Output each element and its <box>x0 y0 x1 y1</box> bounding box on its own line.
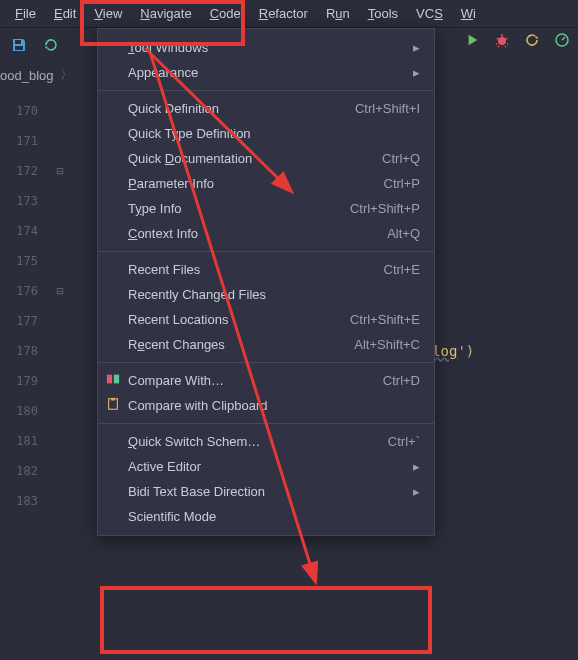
menu-separator <box>98 362 434 363</box>
menu-item-bidi-text-base-direction[interactable]: Bidi Text Base Direction▸ <box>98 479 434 504</box>
menu-shortcut: Ctrl+P <box>384 176 420 191</box>
menu-navigate[interactable]: Navigate <box>131 2 200 25</box>
line-number: 182 <box>0 456 38 486</box>
menu-refactor[interactable]: Refactor <box>250 2 317 25</box>
menu-item-compare-with-clipboard[interactable]: Compare with Clipboard <box>98 393 434 418</box>
profiler-icon[interactable] <box>554 32 570 51</box>
run-icon[interactable] <box>466 33 480 50</box>
menu-item-quick-definition[interactable]: Quick DefinitionCtrl+Shift+I <box>98 96 434 121</box>
line-number: 174 <box>0 216 38 246</box>
chevron-right-icon: 〉 <box>60 66 73 84</box>
menu-item-label: Quick Documentation <box>128 151 382 166</box>
menu-item-quick-documentation[interactable]: Quick DocumentationCtrl+Q <box>98 146 434 171</box>
gutter: 1701711721731741751761771781791801811821… <box>0 92 50 660</box>
menu-separator <box>98 90 434 91</box>
debug-icon[interactable] <box>494 32 510 51</box>
menu-item-label: Recent Locations <box>128 312 350 327</box>
menu-item-recent-files[interactable]: Recent FilesCtrl+E <box>98 257 434 282</box>
line-number: 171 <box>0 126 38 156</box>
menu-item-tool-windows[interactable]: Tool Windows▸ <box>98 35 434 60</box>
menu-shortcut: Ctrl+Shift+E <box>350 312 420 327</box>
menu-item-label: Recent Files <box>128 262 384 277</box>
menu-wi[interactable]: Wi <box>452 2 485 25</box>
svg-point-2 <box>498 37 506 45</box>
submenu-arrow-icon: ▸ <box>413 459 420 474</box>
line-number: 180 <box>0 396 38 426</box>
menu-item-label: Recently Changed Files <box>128 287 420 302</box>
svg-rect-1 <box>15 46 23 50</box>
line-number: 173 <box>0 186 38 216</box>
menu-shortcut: Ctrl+E <box>384 262 420 277</box>
svg-rect-5 <box>114 375 119 384</box>
svg-rect-0 <box>15 40 21 44</box>
run-with-icon[interactable] <box>524 32 540 51</box>
menu-code[interactable]: Code <box>201 2 250 25</box>
line-number: 179 <box>0 366 38 396</box>
fold-toggle-icon[interactable]: ⊟ <box>50 156 70 186</box>
menu-tools[interactable]: Tools <box>359 2 407 25</box>
menu-separator <box>98 423 434 424</box>
menu-run[interactable]: Run <box>317 2 359 25</box>
menu-separator <box>98 251 434 252</box>
menu-item-active-editor[interactable]: Active Editor▸ <box>98 454 434 479</box>
refresh-icon[interactable] <box>42 36 60 54</box>
menu-item-label: Parameter Info <box>128 176 384 191</box>
menu-item-label: Quick Type Definition <box>128 126 420 141</box>
breadcrumb-root[interactable]: ood_blog <box>0 68 54 83</box>
menu-item-label: Bidi Text Base Direction <box>128 484 405 499</box>
fold-toggle-icon[interactable]: ⊟ <box>50 276 70 306</box>
code-text: ') <box>457 343 474 359</box>
submenu-arrow-icon: ▸ <box>413 40 420 55</box>
line-number: 178 <box>0 336 38 366</box>
menu-item-context-info[interactable]: Context InfoAlt+Q <box>98 221 434 246</box>
menu-item-recently-changed-files[interactable]: Recently Changed Files <box>98 282 434 307</box>
menu-item-label: Appearance <box>128 65 405 80</box>
menu-shortcut: Ctrl+Shift+P <box>350 201 420 216</box>
menu-item-label: Active Editor <box>128 459 405 474</box>
menu-item-label: Scientific Mode <box>128 509 420 524</box>
menu-item-quick-switch-schem[interactable]: Quick Switch Schem…Ctrl+` <box>98 429 434 454</box>
menu-vcs[interactable]: VCS <box>407 2 452 25</box>
menu-file[interactable]: File <box>6 2 45 25</box>
svg-rect-7 <box>111 398 115 401</box>
menu-shortcut: Alt+Q <box>387 226 420 241</box>
menu-item-label: Compare with Clipboard <box>128 398 420 413</box>
line-number: 181 <box>0 426 38 456</box>
menu-edit[interactable]: Edit <box>45 2 85 25</box>
menu-item-recent-changes[interactable]: Recent ChangesAlt+Shift+C <box>98 332 434 357</box>
clipboard-icon <box>104 397 122 414</box>
menu-item-label: Compare With… <box>128 373 383 388</box>
menu-item-type-info[interactable]: Type InfoCtrl+Shift+P <box>98 196 434 221</box>
line-number: 170 <box>0 96 38 126</box>
menu-shortcut: Ctrl+Shift+I <box>355 101 420 116</box>
menu-item-compare-with[interactable]: Compare With…Ctrl+D <box>98 368 434 393</box>
menu-item-quick-type-definition[interactable]: Quick Type Definition <box>98 121 434 146</box>
toolbar-right <box>466 32 570 51</box>
menu-shortcut: Ctrl+` <box>388 434 420 449</box>
menubar: FileEditViewNavigateCodeRefactorRunTools… <box>0 0 578 28</box>
svg-rect-4 <box>107 375 112 384</box>
submenu-arrow-icon: ▸ <box>413 65 420 80</box>
menu-item-parameter-info[interactable]: Parameter InfoCtrl+P <box>98 171 434 196</box>
line-number: 176 <box>0 276 38 306</box>
menu-shortcut: Ctrl+D <box>383 373 420 388</box>
save-icon[interactable] <box>10 36 28 54</box>
view-menu-dropdown: Tool Windows▸Appearance▸Quick Definition… <box>97 28 435 536</box>
line-number: 172 <box>0 156 38 186</box>
menu-shortcut: Ctrl+Q <box>382 151 420 166</box>
fold-column: ⊟ ⊟ <box>50 92 70 660</box>
menu-item-label: Tool Windows <box>128 40 405 55</box>
menu-item-recent-locations[interactable]: Recent LocationsCtrl+Shift+E <box>98 307 434 332</box>
menu-item-label: Recent Changes <box>128 337 354 352</box>
submenu-arrow-icon: ▸ <box>413 484 420 499</box>
compare-icon <box>104 372 122 389</box>
menu-item-appearance[interactable]: Appearance▸ <box>98 60 434 85</box>
line-number: 183 <box>0 486 38 516</box>
menu-item-scientific-mode[interactable]: Scientific Mode <box>98 504 434 529</box>
menu-item-label: Quick Definition <box>128 101 355 116</box>
menu-item-label: Type Info <box>128 201 350 216</box>
menu-view[interactable]: View <box>85 2 131 25</box>
line-number: 175 <box>0 246 38 276</box>
menu-item-label: Quick Switch Schem… <box>128 434 388 449</box>
line-number: 177 <box>0 306 38 336</box>
